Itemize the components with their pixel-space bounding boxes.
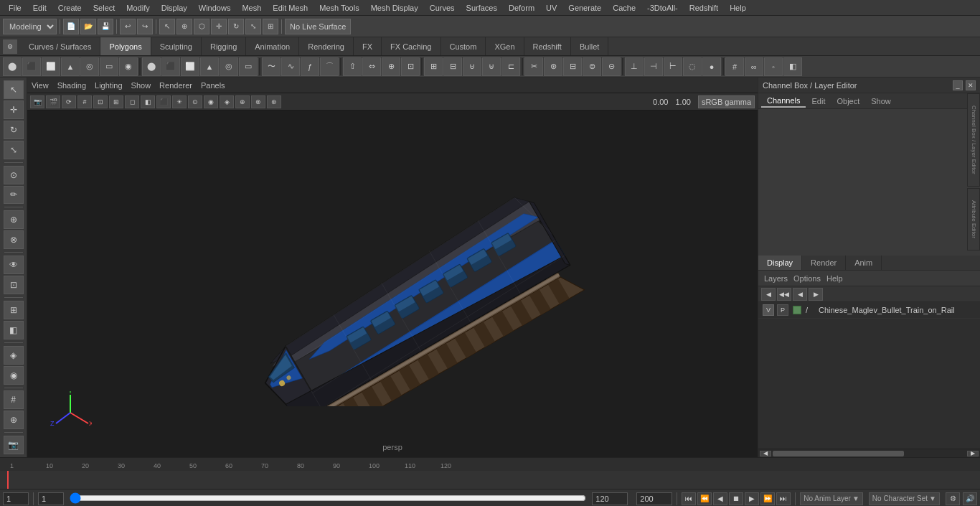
panels-menu[interactable]: Panels <box>201 81 225 90</box>
vp-film-btn[interactable]: 🎬 <box>46 95 60 108</box>
grid-btn[interactable]: # <box>4 390 24 409</box>
subdiv-torus-btn[interactable]: ◎ <box>220 57 238 76</box>
select-tool-btn[interactable]: ↖ <box>159 19 175 34</box>
lasso-tool-btn[interactable]: ⊙ <box>4 166 24 184</box>
tab-redshift[interactable]: Redshift <box>524 37 571 55</box>
new-file-btn[interactable]: 📄 <box>63 19 79 34</box>
vp-shadow-btn[interactable]: ◈ <box>220 95 234 108</box>
undo-btn[interactable]: ↩ <box>120 19 136 34</box>
step-back-btn[interactable]: ⏪ <box>697 492 712 505</box>
tab-sculpting[interactable]: Sculpting <box>151 37 202 55</box>
select-arrow-btn[interactable]: ↖ <box>4 80 24 99</box>
render-tab[interactable]: Render <box>802 256 846 270</box>
snap-point-btn[interactable]: ◦ <box>764 57 783 76</box>
live-surface-indicator[interactable]: No Live Surface <box>285 19 351 34</box>
menu-deform[interactable]: Deform <box>503 2 540 14</box>
tab-polygons[interactable]: Polygons <box>100 37 151 55</box>
viewport[interactable]: View Shading Lighting Show Renderer Pane… <box>27 78 758 457</box>
help-tab-label[interactable]: Help <box>826 274 843 283</box>
vp-texture-btn[interactable]: ⬛ <box>156 95 171 108</box>
layer-playback-btn[interactable]: P <box>777 304 788 316</box>
vp-camera-btn[interactable]: 📷 <box>30 95 44 108</box>
offset-edge-loop-btn[interactable]: ⊜ <box>583 57 601 76</box>
scale-tool-btn[interactable]: ⤡ <box>4 141 24 159</box>
channels-tab[interactable]: Channels <box>761 95 806 108</box>
vp-ao-btn[interactable]: ◉ <box>204 95 218 108</box>
axes-btn[interactable]: ⊕ <box>4 411 24 429</box>
snap-curve-btn[interactable]: ∞ <box>745 57 763 76</box>
mode-selector[interactable]: Modeling <box>3 19 57 34</box>
menu-create[interactable]: Create <box>52 2 88 14</box>
layer-visibility-btn[interactable]: V <box>763 304 774 316</box>
bezier-btn[interactable]: ƒ <box>301 57 319 76</box>
torus-icon-btn[interactable]: ◎ <box>80 57 99 76</box>
snap-btn[interactable]: ⊕ <box>4 210 24 229</box>
redo-btn[interactable]: ↪ <box>137 19 153 34</box>
skip-to-start-btn[interactable]: ⏮ <box>682 492 696 505</box>
combine-btn[interactable]: ⊞ <box>424 57 443 76</box>
subdiv-cylinder-btn[interactable]: ⬜ <box>181 57 199 76</box>
tab-bullet[interactable]: Bullet <box>571 37 609 55</box>
panel-close-btn[interactable]: ✕ <box>966 80 976 90</box>
snap-view-btn[interactable]: ◧ <box>783 57 802 76</box>
menu-display[interactable]: Display <box>156 2 193 14</box>
menu-select[interactable]: Select <box>88 2 121 14</box>
vp-huds-btn[interactable]: ⊡ <box>93 95 108 108</box>
cylinder-icon-btn[interactable]: ⬜ <box>42 57 60 76</box>
wireframe-btn[interactable]: ⊞ <box>4 301 24 319</box>
camera-btn[interactable]: 📷 <box>4 436 24 454</box>
stop-btn[interactable]: ⏹ <box>729 492 743 505</box>
ipr-btn[interactable]: ◉ <box>4 366 24 385</box>
display-tab[interactable]: Display <box>758 256 802 270</box>
object-tab[interactable]: Object <box>831 95 865 107</box>
tab-fx[interactable]: FX <box>354 37 382 55</box>
playhead[interactable] <box>7 471 9 489</box>
save-file-btn[interactable]: 💾 <box>98 19 113 34</box>
curve-tool-btn[interactable]: 〜 <box>262 57 281 76</box>
scroll-right-btn[interactable]: ▶ <box>967 451 979 456</box>
rotate-tool-btn[interactable]: ↻ <box>4 121 24 139</box>
menu-surfaces[interactable]: Surfaces <box>461 2 503 14</box>
menu-cache[interactable]: Cache <box>607 2 641 14</box>
harden-btn[interactable]: ● <box>702 57 721 76</box>
vp-ss-btn[interactable]: ⊗ <box>251 95 265 108</box>
cube-icon-btn[interactable]: ⬛ <box>22 57 41 76</box>
lasso-btn[interactable]: ⊕ <box>176 19 192 34</box>
target-weld-btn[interactable]: ⊛ <box>544 57 562 76</box>
layer-row-0[interactable]: V P / Chinese_Maglev_Bullet_Train_on_Rai… <box>758 302 980 319</box>
vp-shaded-btn[interactable]: ◧ <box>141 95 155 108</box>
sound-btn[interactable]: 🔊 <box>963 492 977 505</box>
tab-settings-icon[interactable]: ⚙ <box>3 39 17 54</box>
mirror-btn[interactable]: ⊣ <box>644 57 663 76</box>
menu-generate[interactable]: Generate <box>562 2 607 14</box>
snap-grid-btn[interactable]: # <box>725 57 744 76</box>
menu-mesh-display[interactable]: Mesh Display <box>365 2 424 14</box>
move-btn[interactable]: ✛ <box>211 19 227 34</box>
scale-btn[interactable]: ⤡ <box>245 19 261 34</box>
menu-mesh-tools[interactable]: Mesh Tools <box>314 2 364 14</box>
slide-edge-btn[interactable]: ⊝ <box>602 57 621 76</box>
subdiv-plane-btn[interactable]: ▭ <box>239 57 258 76</box>
shaded-btn[interactable]: ◧ <box>4 321 24 339</box>
sphere-icon-btn[interactable]: ⬤ <box>3 57 22 76</box>
menu-file[interactable]: File <box>3 2 27 14</box>
subdiv-cone-btn[interactable]: ▲ <box>200 57 219 76</box>
cone-icon-btn[interactable]: ▲ <box>61 57 80 76</box>
magnet-btn[interactable]: ⊗ <box>4 230 24 249</box>
new-layer-btn[interactable]: ◀ <box>761 288 776 301</box>
current-frame-input[interactable] <box>3 492 29 505</box>
show-menu[interactable]: Show <box>131 81 151 90</box>
layer-name[interactable]: Chinese_Maglev_Bullet_Train_on_Rail <box>819 306 976 314</box>
tab-rendering[interactable]: Rendering <box>299 37 354 55</box>
soften-btn[interactable]: ◌ <box>683 57 702 76</box>
show-tab[interactable]: Show <box>865 95 897 107</box>
arc-tool-btn[interactable]: ⌒ <box>320 57 339 76</box>
subdiv-sphere-btn[interactable]: ⬤ <box>142 57 161 76</box>
show-hide-btn[interactable]: 👁 <box>4 256 24 274</box>
crease-btn[interactable]: ⊢ <box>664 57 682 76</box>
vp-light-btn[interactable]: ☀ <box>172 95 187 108</box>
menu-modify[interactable]: Modify <box>121 2 155 14</box>
view-menu[interactable]: View <box>32 81 49 90</box>
vp-cycle-btn[interactable]: ⟳ <box>62 95 76 108</box>
range-end-input[interactable] <box>592 492 628 505</box>
